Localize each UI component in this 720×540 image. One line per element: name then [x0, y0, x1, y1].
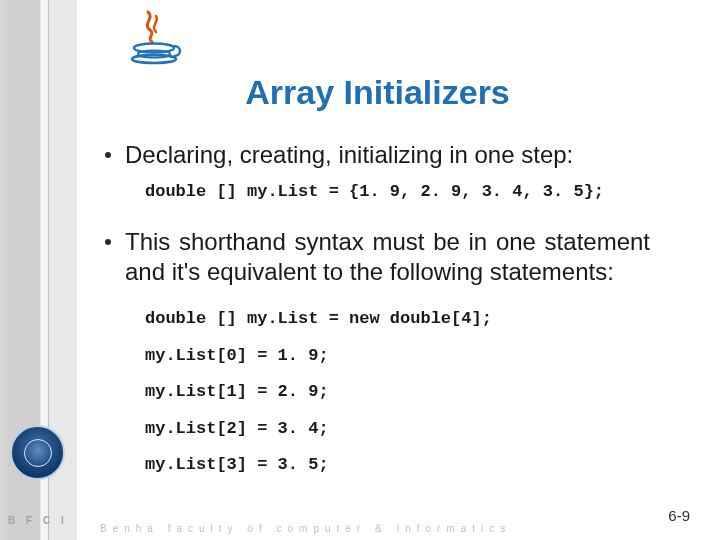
bullet-dot-icon: [105, 239, 111, 245]
code-line-1: double [] my.List = {1. 9, 2. 9, 3. 4, 3…: [145, 182, 650, 201]
bullet-dot-icon: [105, 152, 111, 158]
footer-tagline: Benha faculty of computer & Informatics: [100, 523, 511, 534]
bullet-text: This shorthand syntax must be in one sta…: [125, 227, 650, 287]
page-number: 6-9: [668, 507, 690, 524]
svg-point-2: [132, 55, 176, 63]
bullet-text: Declaring, creating, initializing in one…: [125, 140, 573, 170]
slide-content: Declaring, creating, initializing in one…: [95, 140, 660, 484]
institution-badge: [10, 425, 65, 480]
slide: Array Initializers Declaring, creating, …: [0, 0, 720, 540]
bullet-item: Declaring, creating, initializing in one…: [105, 140, 650, 170]
code-block-2: double [] my.List = new double[4]; my.Li…: [145, 301, 650, 484]
footer: B F C I Benha faculty of computer & Info…: [0, 500, 720, 540]
footer-acronym: B F C I: [8, 515, 68, 526]
bullet-item: This shorthand syntax must be in one sta…: [105, 227, 650, 287]
java-logo: [120, 10, 190, 65]
slide-title: Array Initializers: [95, 73, 660, 112]
